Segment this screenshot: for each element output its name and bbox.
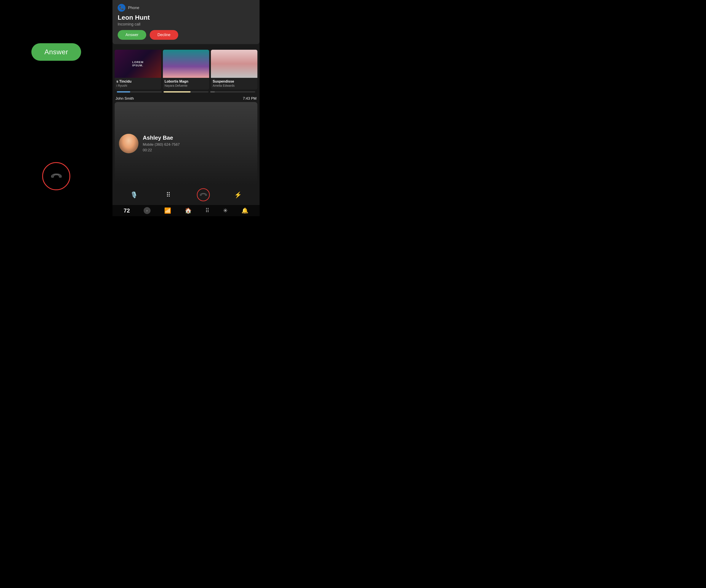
card-subtitle-3: Amelia Edwards — [211, 84, 258, 89]
caller-avatar-face — [119, 134, 139, 153]
bluetooth-icon: ⚡ — [234, 191, 242, 199]
card-title-2: Lobortis Magn — [163, 78, 209, 84]
john-smith-row: John Smith 7:43 PM — [113, 94, 260, 102]
caller-name: Ashley Bae — [143, 134, 253, 141]
progress-bars — [115, 89, 258, 94]
dialpad-icon: ⠿ — [166, 191, 171, 199]
card-thumbnail-2 — [163, 50, 209, 78]
progress-bar-2 — [163, 91, 208, 92]
notifications-icon[interactable]: 🔔 — [241, 207, 248, 214]
active-call-card: Ashley Bae Mobile (360) 624-7567 00:22 — [115, 102, 258, 185]
john-smith-time: 7:43 PM — [243, 96, 257, 101]
notification-subtitle: Incoming call — [118, 22, 254, 27]
left-panel: Answer 📞 — [0, 0, 113, 216]
phone-end-icon: 📞 — [49, 169, 63, 183]
incoming-call-notification: 📞 Phone Leon Hunt Incoming call Answer D… — [113, 0, 260, 44]
caller-avatar — [119, 134, 139, 153]
notification-header: 📞 Phone — [118, 4, 254, 12]
card-subtitle-1: i Ryushi — [115, 84, 161, 89]
notification-answer-button[interactable]: Answer — [118, 30, 146, 40]
mute-button[interactable]: 🎙️ — [128, 189, 140, 201]
mic-mute-icon: 🎙️ — [130, 191, 138, 199]
call-timer: 00:22 — [143, 148, 253, 153]
card-title-3: Suspendisse — [211, 78, 258, 84]
fan-icon[interactable]: ✳ — [223, 207, 228, 214]
caller-number: Mobile (360) 624-7567 — [143, 142, 253, 147]
notification-caller-name: Leon Hunt — [118, 14, 254, 21]
card-subtitle-2: Nayara Defuente — [163, 84, 209, 89]
dialpad-button[interactable]: ⠿ — [162, 189, 174, 201]
john-smith-name: John Smith — [116, 96, 134, 101]
card-thumbnail-1: LOREMIPSUM. — [115, 50, 161, 78]
notification-decline-button[interactable]: Decline — [150, 30, 178, 40]
media-section: LOREMIPSUM. s Tincidu i Ryushi Lobortis … — [113, 50, 260, 94]
signal-bars-icon: 📶 — [164, 207, 171, 214]
end-call-icon: 📞 — [199, 190, 208, 199]
notification-app-name: Phone — [128, 6, 139, 10]
phone-app-icon: 📞 — [118, 4, 125, 12]
call-controls: 🎙️ ⠿ 📞 ⚡ — [113, 185, 260, 205]
decline-circle-button[interactable]: 📞 — [42, 162, 70, 190]
home-icon[interactable]: 🏠 — [185, 207, 192, 214]
media-card-1[interactable]: LOREMIPSUM. s Tincidu i Ryushi — [115, 50, 161, 89]
bluetooth-button[interactable]: ⚡ — [232, 189, 244, 201]
answer-button[interactable]: Answer — [31, 43, 81, 61]
end-call-button[interactable]: 📞 — [197, 188, 210, 201]
media-cards: LOREMIPSUM. s Tincidu i Ryushi Lobortis … — [115, 50, 258, 89]
bottom-bar: 72 › 📶 🏠 ⠿ ✳ 🔔 — [113, 205, 260, 216]
media-card-3[interactable]: Suspendisse Amelia Edwards — [211, 50, 258, 89]
bottom-chevron-button[interactable]: › — [144, 207, 151, 214]
apps-grid-icon[interactable]: ⠿ — [205, 207, 209, 214]
progress-bar-3 — [210, 91, 255, 92]
progress-bar-1 — [117, 91, 162, 92]
media-card-2[interactable]: Lobortis Magn Nayara Defuente — [163, 50, 209, 89]
bottom-number: 72 — [124, 207, 130, 214]
notification-buttons: Answer Decline — [118, 30, 254, 40]
caller-info: Ashley Bae Mobile (360) 624-7567 00:22 — [143, 134, 253, 153]
card-thumbnail-3 — [211, 50, 258, 78]
right-panel: 📞 Phone Leon Hunt Incoming call Answer D… — [113, 0, 260, 216]
card-title-1: s Tincidu — [115, 78, 161, 84]
